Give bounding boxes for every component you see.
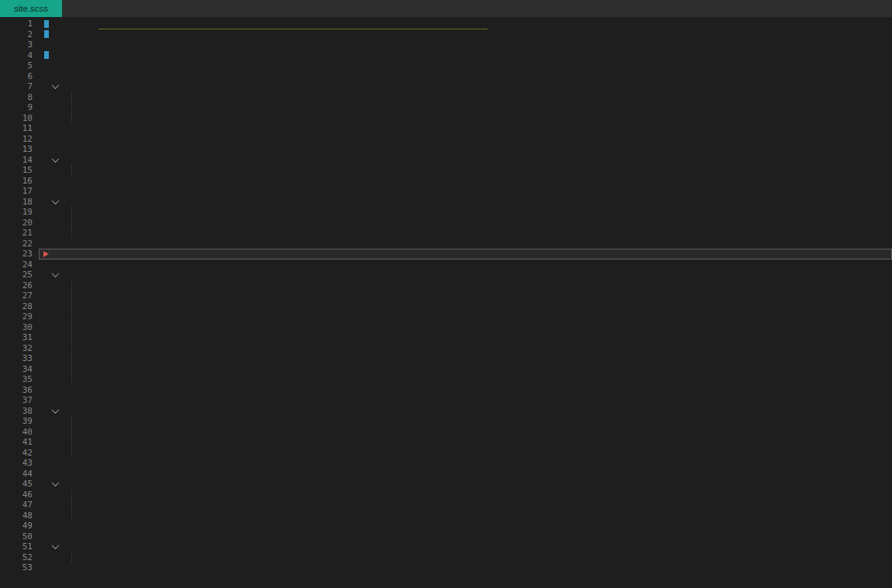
line-number[interactable]: 33: [0, 353, 36, 364]
line-code[interactable]: #blazor-error-ui {: [60, 270, 892, 280]
line-number[interactable]: 37: [0, 395, 36, 406]
line-number[interactable]: 20: [0, 218, 36, 229]
line-code[interactable]: padding: var(--padding-page-content);: [60, 207, 892, 218]
line-number[interactable]: 48: [0, 511, 36, 521]
line-number[interactable]: 12: [0, 134, 36, 145]
line-code[interactable]: margin: 20px 0;: [60, 374, 892, 385]
line-number[interactable]: 8: [0, 92, 36, 103]
line-number[interactable]: 51: [0, 542, 36, 552]
line-number[interactable]: 30: [0, 322, 36, 333]
line-code[interactable]: padding: 1rem 1rem 1rem 3.7rem;: [60, 500, 892, 511]
chevron-down-icon[interactable]: [51, 479, 59, 487]
line-number[interactable]: 22: [0, 239, 36, 249]
line-number[interactable]: 53: [0, 562, 36, 573]
line-code[interactable]: z-index: 1000;: [60, 364, 892, 375]
chevron-down-icon[interactable]: [51, 197, 59, 205]
line-code[interactable]: height: var(--header_height);: [60, 165, 892, 176]
line-code[interactable]: bottom: 0;: [60, 291, 892, 301]
line-number[interactable]: 43: [0, 458, 36, 469]
line-code[interactable]: [60, 469, 892, 480]
line-number[interactable]: 19: [0, 207, 36, 218]
line-number[interactable]: 46: [0, 490, 36, 500]
line-number[interactable]: 5: [0, 60, 36, 71]
line-number[interactable]: 28: [0, 301, 36, 312]
line-code[interactable]: --header_height: 65px;: [60, 92, 892, 103]
line-number[interactable]: 40: [0, 427, 36, 438]
tab-site-scss[interactable]: site.scss: [0, 0, 62, 17]
line-code[interactable]: left: 0;: [60, 322, 892, 333]
chevron-down-icon[interactable]: [51, 542, 59, 549]
line-number[interactable]: 45: [0, 479, 36, 490]
line-number[interactable]: 36: [0, 385, 36, 396]
line-code[interactable]: }: [60, 176, 892, 187]
line-code[interactable]: .header {: [60, 155, 892, 166]
line-code[interactable]: [60, 29, 892, 40]
line-number[interactable]: 42: [0, 448, 36, 459]
line-code[interactable]: /*height: var(--page-content-height);*/: [60, 218, 892, 229]
line-code[interactable]: :root {: [60, 81, 892, 92]
line-code[interactable]: .blazor-error-boundary {: [60, 479, 892, 490]
line-number[interactable]: 29: [0, 311, 36, 322]
line-code[interactable]: [60, 249, 892, 260]
line-number[interactable]: 32: [0, 343, 36, 354]
line-code[interactable]: height: calc(var(--page-content-height) …: [60, 228, 892, 239]
line-number[interactable]: 18: [0, 197, 36, 208]
line-number[interactable]: 17: [0, 186, 36, 197]
line-code[interactable]: background: url(data:image/svg+xml;base6…: [60, 490, 892, 500]
line-code[interactable]: top: 0.5rem;: [60, 448, 892, 459]
chevron-down-icon[interactable]: [51, 155, 59, 163]
line-number[interactable]: 21: [0, 228, 36, 239]
line-number[interactable]: 24: [0, 260, 36, 270]
line-number[interactable]: 52: [0, 552, 36, 563]
line-code[interactable]: [60, 134, 892, 145]
line-number[interactable]: 13: [0, 144, 36, 155]
line-code[interactable]: --page-content-height: calc(100vh - var(…: [60, 113, 892, 124]
line-number[interactable]: 14: [0, 155, 36, 166]
line-number[interactable]: 9: [0, 102, 36, 113]
line-number[interactable]: 25: [0, 270, 36, 280]
line-code[interactable]: @use "../../node_modules/@progress/kendo…: [60, 19, 892, 29]
line-number[interactable]: 34: [0, 364, 36, 375]
line-code[interactable]: --padding-page-content: 5px;: [60, 102, 892, 113]
line-number[interactable]: 23: [0, 249, 36, 260]
line-code[interactable]: display: none;: [60, 311, 892, 322]
line-code[interactable]: #blazor-error-ui .dismiss {: [60, 406, 892, 417]
chevron-down-icon[interactable]: [51, 406, 59, 414]
line-code[interactable]: cursor: pointer;: [60, 416, 892, 427]
line-number[interactable]: 16: [0, 176, 36, 187]
line-code[interactable]: }: [60, 521, 892, 531]
line-number[interactable]: 49: [0, 521, 36, 531]
line-code[interactable]: [60, 40, 892, 50]
line-number[interactable]: 31: [0, 332, 36, 343]
line-number[interactable]: 39: [0, 416, 36, 427]
line-code[interactable]: [60, 144, 892, 155]
line-code[interactable]: }: [60, 123, 892, 134]
line-code[interactable]: [60, 260, 892, 270]
line-number[interactable]: 6: [0, 71, 36, 82]
line-number[interactable]: 15: [0, 165, 36, 176]
line-code[interactable]: }: [60, 458, 892, 469]
chevron-down-icon[interactable]: [51, 270, 59, 277]
line-code[interactable]: padding: 0.6rem 1.25rem 0.7rem 1.25rem;: [60, 332, 892, 343]
line-number[interactable]: 3: [0, 40, 36, 50]
line-code[interactable]: [60, 395, 892, 406]
line-code[interactable]: content: "An error has occurred. ": [60, 552, 892, 563]
line-code[interactable]: [60, 531, 892, 542]
line-code[interactable]: background: lightyellow;: [60, 280, 892, 291]
line-code[interactable]: [60, 186, 892, 197]
line-code[interactable]: [60, 60, 892, 71]
line-code[interactable]: box-shadow: 0 -1px 2px rgba(0, 0, 0, 0.2…: [60, 301, 892, 312]
chevron-down-icon[interactable]: [51, 81, 59, 89]
line-code[interactable]: color: white;: [60, 511, 892, 521]
line-code[interactable]: position: absolute;: [60, 427, 892, 438]
line-code[interactable]: .blazor-error-boundary::before {: [60, 542, 892, 552]
line-number[interactable]: 35: [0, 374, 36, 385]
line-number[interactable]: 2: [0, 29, 36, 40]
line-number[interactable]: 4: [0, 50, 36, 61]
line-number[interactable]: 44: [0, 469, 36, 480]
line-code[interactable]: // OTHERS STYLE ...: [60, 50, 892, 61]
line-number[interactable]: 11: [0, 123, 36, 134]
line-number[interactable]: 38: [0, 406, 36, 417]
line-code[interactable]: right: 0.75rem;: [60, 437, 892, 448]
line-number[interactable]: 50: [0, 531, 36, 542]
